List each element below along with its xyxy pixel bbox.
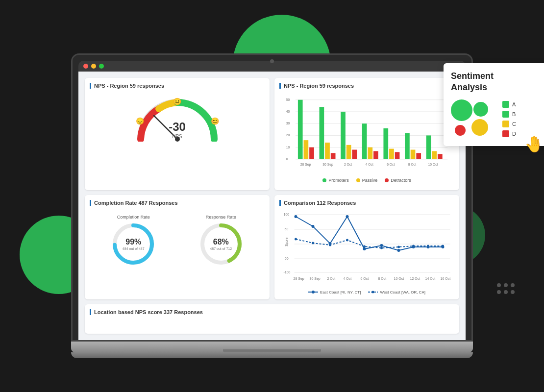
legend-label-detractors: Detractors — [391, 178, 411, 183]
bar-chart-container: 50 40 30 20 10 0 — [279, 93, 454, 185]
sentiment-analysis-card: SentimentAnalysis A — [444, 63, 544, 146]
legend-dot-promoters — [322, 178, 326, 182]
bubble-b-medium — [473, 102, 488, 117]
svg-point-67 — [295, 238, 297, 241]
nps-bar-title: NPS - Region 59 responses — [279, 83, 454, 89]
nps-gauge-title: NPS - Region 59 responses — [90, 83, 265, 89]
emoji-happy: 😊 — [211, 117, 219, 125]
svg-text:28 Sep: 28 Sep — [300, 163, 311, 167]
svg-rect-27 — [389, 149, 394, 159]
hand-icon: 🤚 — [524, 135, 544, 153]
svg-point-58 — [312, 225, 315, 228]
svg-text:Score: Score — [285, 238, 288, 246]
svg-rect-32 — [426, 135, 431, 159]
tl-yellow — [91, 64, 96, 69]
svg-point-69 — [329, 244, 331, 246]
gauge-label: NPS — [169, 134, 186, 139]
sentiment-legend: A B C D — [502, 99, 516, 139]
svg-text:2 Oct: 2 Oct — [344, 163, 352, 166]
svg-text:12 Oct: 12 Oct — [410, 277, 420, 280]
svg-text:10 Oct: 10 Oct — [394, 277, 404, 280]
svg-text:-100: -100 — [284, 270, 291, 274]
svg-text:0: 0 — [286, 157, 288, 161]
nps-bar-chart-card: NPS - Region 59 responses 50 40 30 20 10… — [274, 78, 459, 190]
svg-rect-28 — [395, 152, 400, 159]
comparison-card: Comparison 112 Responses 100 50 0 -50 -1… — [274, 195, 459, 299]
response-sub: 487 out of 712 — [210, 247, 232, 250]
emoji-sad: 😞 — [136, 117, 144, 125]
svg-rect-24 — [368, 147, 372, 159]
svg-rect-14 — [298, 100, 303, 159]
svg-point-90 — [372, 291, 374, 294]
svg-point-72 — [380, 247, 383, 249]
svg-rect-20 — [341, 112, 346, 159]
line-chart-container: 100 50 0 -50 -100 Score — [279, 210, 454, 294]
svg-text:6 Oct: 6 Oct — [361, 277, 369, 280]
gauge-number: -30 — [169, 120, 186, 134]
gauge-value: -30 NPS — [169, 120, 186, 139]
svg-point-60 — [346, 215, 349, 218]
svg-text:4 Oct: 4 Oct — [366, 163, 373, 166]
svg-point-76 — [442, 245, 444, 247]
laptop-base — [71, 342, 473, 352]
svg-text:6 Oct: 6 Oct — [387, 163, 395, 166]
location-title: Location based NPS score 337 Responses — [90, 309, 454, 315]
dashboard: NPS - Region 59 responses 😞 😐 😊 — [78, 72, 466, 340]
completion-sub: 484 out of 487 — [123, 247, 145, 250]
svg-text:10: 10 — [286, 146, 290, 149]
svg-text:50: 50 — [285, 227, 289, 231]
svg-point-71 — [363, 245, 366, 248]
response-donut-wrapper: 68% 487 out of 712 — [199, 222, 243, 266]
svg-point-73 — [397, 246, 400, 248]
svg-text:30: 30 — [286, 122, 290, 125]
completion-donut-wrapper: 99% 484 out of 487 — [111, 222, 155, 266]
bubble-d-red — [455, 125, 466, 136]
legend-promoters: Promoters — [322, 178, 349, 183]
completion-donut-title: Completion Rate — [111, 215, 155, 220]
svg-rect-15 — [304, 140, 309, 159]
svg-rect-17 — [320, 107, 324, 159]
location-placeholder — [90, 319, 454, 329]
svg-rect-34 — [438, 154, 443, 159]
laptop-foot — [71, 352, 473, 358]
legend-box-d — [502, 130, 509, 137]
svg-text:-50: -50 — [284, 257, 289, 260]
tl-green — [99, 64, 104, 69]
legend-label-b: B — [512, 111, 516, 117]
legend-west-coast: West Coast [WA, OR, CA] — [368, 290, 425, 294]
gauge-wrapper: 😞 😐 😊 — [133, 95, 222, 142]
svg-point-70 — [346, 239, 348, 242]
donut-charts: Completion Rate 99% 48 — [90, 210, 265, 271]
svg-text:4 Oct: 4 Oct — [344, 277, 352, 280]
legend-dot-passive — [356, 178, 360, 182]
svg-text:30 Sep: 30 Sep — [322, 163, 333, 167]
legend-box-b — [502, 111, 509, 118]
legend-dot-detractors — [385, 178, 389, 182]
completion-title: Completion Rate 487 Responses — [90, 200, 265, 206]
nps-gauge-container: 😞 😐 😊 — [90, 93, 265, 144]
completion-percent: 99% — [123, 238, 145, 246]
legend-label-promoters: Promoters — [328, 178, 349, 183]
svg-rect-16 — [309, 147, 314, 159]
svg-rect-25 — [373, 151, 378, 159]
svg-point-74 — [412, 245, 415, 247]
bar-chart-svg: 50 40 30 20 10 0 — [279, 95, 454, 173]
laptop: SentimentAnalysis A — [71, 53, 473, 358]
legend-label-a: A — [512, 101, 516, 107]
svg-rect-22 — [352, 150, 357, 159]
svg-text:16 Oct: 16 Oct — [441, 277, 451, 280]
line-chart-legend: East Coast [RI, NY, CT] West Coast [WA, … — [279, 290, 454, 294]
svg-point-62 — [380, 244, 383, 247]
svg-rect-23 — [362, 123, 367, 159]
svg-text:50: 50 — [286, 98, 290, 101]
svg-rect-33 — [432, 151, 437, 159]
svg-text:10 Oct: 10 Oct — [428, 163, 438, 166]
svg-point-61 — [363, 247, 366, 250]
svg-text:14 Oct: 14 Oct — [425, 277, 436, 280]
legend-passive: Passive — [356, 178, 378, 183]
camera-dot — [270, 59, 274, 63]
laptop-screen-outer: NPS - Region 59 responses 😞 😐 😊 — [71, 53, 473, 342]
east-coast-icon — [308, 290, 318, 294]
east-coast-label: East Coast [RI, NY, CT] — [320, 290, 361, 294]
bubble-a-large — [451, 99, 472, 121]
